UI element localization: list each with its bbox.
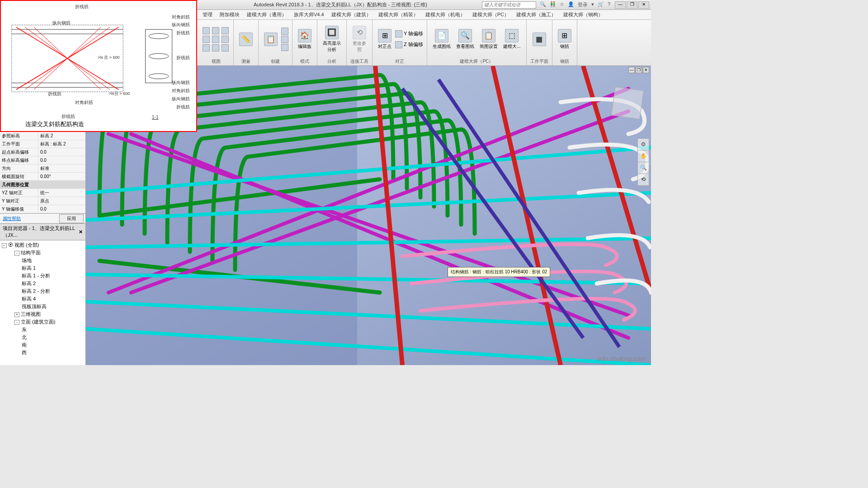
property-row[interactable]: 方向标准 — [0, 164, 85, 173]
tree-toggle-icon[interactable]: + — [14, 312, 19, 317]
tree-item[interactable]: 北 — [1, 333, 85, 341]
tab-bm-mep[interactable]: 建模大师（机电） — [422, 10, 469, 19]
tree-item[interactable]: 标高 1 - 分析 — [1, 272, 85, 280]
workplane-button[interactable]: ▦ — [531, 32, 548, 47]
create-button[interactable]: 📋 — [262, 32, 279, 47]
property-row[interactable]: 起点标高偏移0.0 — [0, 148, 85, 156]
rebar-button[interactable]: ⊞钢筋 — [556, 28, 573, 51]
login-link[interactable]: 登录 — [578, 1, 588, 8]
view-cube[interactable] — [611, 87, 644, 119]
property-row[interactable]: 终点标高偏移0.0 — [0, 156, 85, 164]
group-label: 测量 — [241, 57, 250, 65]
diag-label: 纵向钢筋 — [172, 22, 190, 28]
property-row[interactable]: Y 轴偏移值0.0 — [0, 205, 85, 213]
properties-help-link[interactable]: 属性帮助 — [0, 216, 59, 222]
left-panel: 参照标高标高 2工作平面标高 : 标高 2起点标高偏移0.0终点标高偏移0.0方… — [0, 132, 86, 365]
tab-bm-arch[interactable]: 建模大师（建筑） — [328, 10, 375, 19]
sketch-config-button[interactable]: 📋简图设置 — [478, 28, 500, 51]
maximize-button[interactable]: ❐ — [627, 1, 637, 9]
array-icon[interactable] — [281, 36, 288, 43]
z-offset-button[interactable]: Z 轴偏移 — [395, 41, 423, 49]
tab-bm-pc[interactable]: 建模大师（PC） — [469, 10, 513, 19]
filter-icon[interactable] — [222, 27, 229, 34]
diag-label: 纵向钢筋 — [172, 96, 190, 102]
gen-drawing-button[interactable]: 📄生成图纸 — [431, 28, 453, 51]
hide-icon[interactable] — [222, 44, 229, 52]
tree-root[interactable]: −⦿ 视图 (全部) — [1, 241, 85, 249]
apply-button[interactable]: 应用 — [59, 214, 84, 223]
tab-bm-steel[interactable]: 建模大师（钢构） — [560, 10, 607, 19]
search-icon[interactable]: 🔍 — [540, 1, 546, 8]
dropdown-icon[interactable]: ▾ — [591, 1, 594, 8]
property-row[interactable]: 横截面旋转0.00° — [0, 173, 85, 181]
cart-icon[interactable]: 🛒 — [598, 1, 604, 8]
tab-addins[interactable]: 附加模块 — [216, 10, 243, 19]
tree-item[interactable]: 南 — [1, 341, 85, 349]
link-icon[interactable] — [222, 36, 229, 43]
tab-manage[interactable]: 管理 — [199, 10, 216, 19]
tab-family[interactable]: 族库大师V4.4 — [290, 10, 328, 19]
tab-bm-general[interactable]: 建模大师（通用） — [243, 10, 290, 19]
orbit-icon[interactable]: ⟲ — [638, 174, 649, 186]
highlight-button[interactable]: 🔲高亮显示分析 — [321, 25, 343, 54]
vp-minimize-icon[interactable]: — — [628, 67, 635, 73]
title-toolbar: 🔍 👬 ☆ 👤 登录 ▾ 🛒 ? — [540, 1, 610, 8]
property-row[interactable]: 工作平面标高 : 标高 2 — [0, 140, 85, 148]
tree-item[interactable]: 场地 — [1, 257, 85, 264]
sun-icon[interactable] — [212, 36, 219, 43]
tree-item[interactable]: +三维视图 — [1, 310, 85, 318]
cut-icon[interactable] — [212, 44, 219, 52]
project-browser-tree[interactable]: −⦿ 视图 (全部) -结构平面场地标高 1标高 1 - 分析标高 2标高 2 … — [0, 240, 85, 365]
justify-button[interactable]: ⊞对正点 — [376, 28, 393, 51]
tree-toggle-icon[interactable]: - — [14, 320, 19, 325]
tree-item[interactable]: 东 — [1, 326, 85, 333]
edit-family-button[interactable]: 🏠编辑族 — [296, 28, 313, 51]
grid-icon[interactable] — [203, 36, 210, 43]
comm-icon[interactable]: 👬 — [550, 1, 556, 8]
properties-palette: 参照标高标高 2工作平面标高 : 标高 2起点标高偏移0.0终点标高偏移0.0方… — [0, 132, 85, 223]
search-input[interactable] — [482, 1, 536, 9]
steering-wheel-icon[interactable]: ⊙ — [638, 139, 649, 150]
group-label: 模式 — [300, 57, 309, 65]
zoom-icon[interactable]: 🔍 — [638, 162, 649, 174]
property-row[interactable]: YZ 轴对正统一 — [0, 189, 85, 197]
ribbon-group-measure: 📏 测量 — [234, 20, 259, 66]
measure-button[interactable]: 📏 — [237, 32, 255, 47]
tree-item[interactable]: 标高 4 — [1, 295, 85, 303]
tree-toggle-icon[interactable]: - — [14, 251, 19, 256]
eye-icon[interactable] — [203, 44, 210, 52]
tree-item[interactable]: 标高 1 — [1, 264, 85, 272]
collapse-icon[interactable]: − — [2, 243, 7, 248]
ribbon-group-mode: 🏠编辑族 模式 — [292, 20, 317, 66]
change-ref-button[interactable]: ⟲更改参照 — [351, 25, 368, 54]
section-label: 1-1 — [152, 115, 158, 120]
drawing-icon: 📄 — [435, 29, 448, 42]
tree-item[interactable]: -立面 (建筑立面) — [1, 318, 85, 326]
user-icon[interactable]: 👤 — [568, 1, 574, 8]
tab-bm-constr[interactable]: 建模大师（施工） — [513, 10, 560, 19]
group-icon[interactable] — [281, 44, 288, 51]
bm-more-button[interactable]: ⬚建模大... — [501, 28, 522, 51]
tree-item[interactable]: 西 — [1, 349, 85, 357]
bulb-icon[interactable] — [212, 27, 219, 34]
tree-item[interactable]: -结构平面 — [1, 249, 85, 257]
help-icon[interactable]: ? — [608, 1, 610, 8]
tab-bm-decor[interactable]: 建模大师（精装） — [375, 10, 422, 19]
pan-icon[interactable]: ✋ — [638, 150, 649, 162]
vp-maximize-icon[interactable]: ❐ — [636, 67, 642, 73]
tree-item[interactable]: 标高 2 — [1, 280, 85, 287]
paste-icon[interactable] — [281, 28, 288, 35]
btn-label: 生成图纸 — [433, 43, 451, 50]
view-icon[interactable] — [203, 27, 210, 34]
favorite-icon[interactable]: ☆ — [560, 1, 564, 8]
property-row[interactable]: Y 轴对正原点 — [0, 197, 85, 205]
minimize-button[interactable]: — — [615, 1, 626, 9]
vp-close-icon[interactable]: ✕ — [643, 67, 649, 73]
tree-item[interactable]: 筏板顶标高 — [1, 303, 85, 310]
close-button[interactable]: ✕ — [638, 1, 649, 9]
property-row[interactable]: 参照标高标高 2 — [0, 132, 85, 140]
close-icon[interactable]: ✕ — [79, 229, 83, 235]
y-offset-button[interactable]: Y 轴偏移 — [395, 30, 423, 38]
view-drawing-button[interactable]: 🔍查看图纸 — [454, 28, 476, 51]
tree-item[interactable]: 标高 2 - 分析 — [1, 287, 85, 295]
